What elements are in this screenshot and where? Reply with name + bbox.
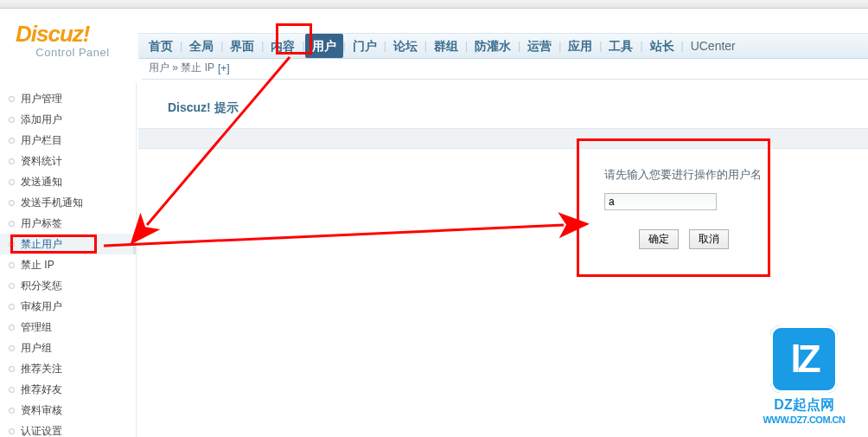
sidebar-item-0[interactable]: 用户管理 — [0, 88, 136, 109]
topnav-item-10[interactable]: 应用 — [561, 34, 599, 58]
sidebar-item-10[interactable]: 审核用户 — [0, 296, 136, 317]
sidebar-item-9[interactable]: 积分奖惩 — [0, 275, 136, 296]
topnav-item-0[interactable]: 首页 — [142, 34, 180, 58]
top-nav: 首页|全局|界面|内容|用户|门户|论坛|群组|防灌水|运营|应用|工具|站长|… — [138, 33, 868, 59]
sidebar-item-16[interactable]: 认证设置 — [0, 421, 136, 437]
sidebar-item-6[interactable]: 用户标签 — [0, 213, 136, 234]
username-dialog: 请先输入您要进行操作的用户名 确定 取消 — [588, 151, 780, 270]
topnav-item-6[interactable]: 论坛 — [386, 34, 424, 58]
breadcrumb-expand[interactable]: [+] — [218, 62, 230, 74]
topnav-item-4[interactable]: 用户 — [305, 34, 343, 58]
window-titlebar — [0, 0, 868, 9]
topnav-item-11[interactable]: 工具 — [602, 34, 640, 58]
logo-subtitle: Control Panel — [16, 46, 130, 59]
sidebar-item-8[interactable]: 禁止 IP — [0, 254, 136, 275]
sidebar-item-5[interactable]: 发送手机通知 — [0, 192, 136, 213]
sidebar: 用户管理添加用户用户栏目资料统计发送通知发送手机通知用户标签禁止用户禁止 IP积… — [0, 83, 137, 437]
sidebar-item-7[interactable]: 禁止用户 — [0, 234, 136, 254]
sidebar-item-4[interactable]: 发送通知 — [0, 171, 136, 192]
breadcrumb: 用户 » 禁止 IP [+] — [142, 57, 868, 80]
hint-bar — [138, 128, 868, 149]
confirm-button[interactable]: 确定 — [639, 229, 679, 249]
logo: Discuz! Control Panel — [16, 21, 130, 59]
sidebar-item-1[interactable]: 添加用户 — [0, 109, 136, 130]
sidebar-item-2[interactable]: 用户栏目 — [0, 130, 136, 151]
topnav-item-8[interactable]: 防灌水 — [468, 34, 518, 58]
topnav-item-7[interactable]: 群组 — [427, 34, 465, 58]
logo-text: Discuz! — [16, 21, 130, 48]
hint-title: Discuz! 提示 — [138, 100, 868, 116]
topnav-item-12[interactable]: 站长 — [643, 34, 681, 58]
header: Discuz! Control Panel 首页|全局|界面|内容|用户|门户|… — [0, 9, 868, 63]
breadcrumb-path: 用户 » 禁止 IP — [149, 61, 214, 75]
topnav-item-5[interactable]: 门户 — [346, 34, 384, 58]
sidebar-item-11[interactable]: 管理组 — [0, 317, 136, 337]
topnav-item-2[interactable]: 界面 — [223, 34, 261, 58]
sidebar-item-3[interactable]: 资料统计 — [0, 151, 136, 171]
topnav-item-1[interactable]: 全局 — [182, 34, 220, 58]
sidebar-item-12[interactable]: 用户组 — [0, 337, 136, 358]
topnav-item-9[interactable]: 运营 — [520, 34, 558, 58]
sidebar-item-14[interactable]: 推荐好友 — [0, 379, 136, 400]
cancel-button[interactable]: 取消 — [689, 229, 729, 249]
topnav-item-13[interactable]: UCenter — [684, 34, 743, 58]
sidebar-item-13[interactable]: 推荐关注 — [0, 358, 136, 379]
dialog-label: 请先输入您要进行操作的用户名 — [604, 167, 763, 183]
sidebar-item-15[interactable]: 资料审核 — [0, 400, 136, 421]
username-input[interactable] — [604, 193, 717, 210]
topnav-item-3[interactable]: 内容 — [264, 34, 302, 58]
